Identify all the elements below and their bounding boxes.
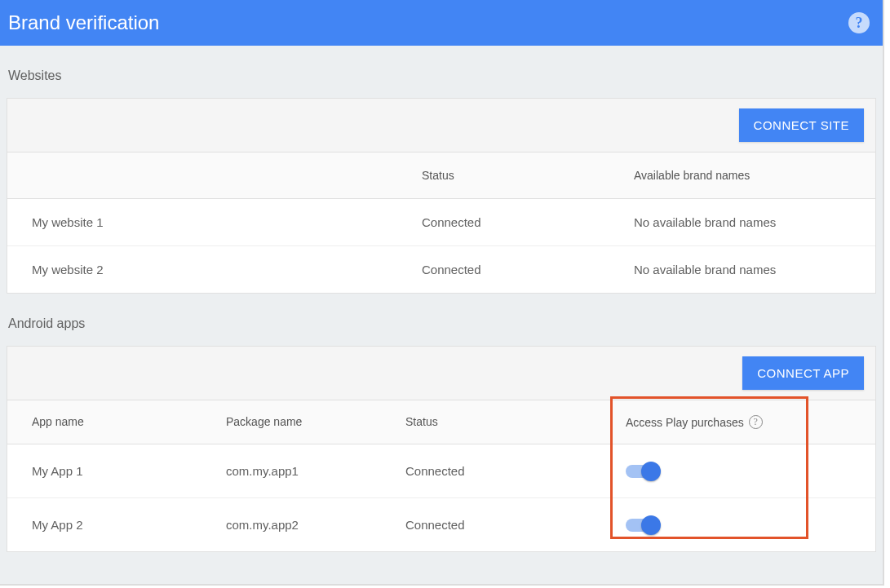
access-toggle[interactable] [626,465,658,478]
app-status: Connected [399,444,619,497]
app-status: Connected [399,498,619,551]
apps-toolbar: CONNECT APP [7,347,875,400]
col-package: Package name [219,400,399,444]
table-row: My App 2 com.my.app2 Connected [7,498,875,551]
app-name: My App 2 [7,498,219,551]
websites-table-header: Status Available brand names [7,153,875,199]
section-label-apps: Android apps [7,294,876,346]
table-row: My App 1 com.my.app1 Connected [7,444,875,498]
section-label-websites: Websites [7,46,876,98]
col-app-name: App name [7,400,219,444]
app-access-cell [619,499,875,551]
website-status: Connected [415,246,627,293]
website-status: Connected [415,199,627,245]
websites-toolbar: CONNECT SITE [7,99,875,153]
apps-panel: CONNECT APP App name Package name Status… [7,346,876,552]
app-name: My App 1 [7,444,219,497]
col-access: Access Play purchases ? [619,400,875,444]
help-icon[interactable]: ? [848,12,870,33]
col-brands: Available brand names [627,153,875,198]
page-title: Brand verification [8,11,159,34]
website-brands: No available brand names [627,199,875,245]
websites-panel: CONNECT SITE Status Available brand name… [7,98,876,294]
table-row: My website 1 Connected No available bran… [7,199,875,246]
connect-site-button[interactable]: CONNECT SITE [739,108,864,142]
col-name [7,153,415,198]
app-package: com.my.app1 [219,444,399,497]
col-access-label: Access Play purchases [626,416,744,429]
page-header: Brand verification ? [0,0,883,46]
app-package: com.my.app2 [219,498,399,551]
connect-app-button[interactable]: CONNECT APP [742,356,864,390]
table-row: My website 2 Connected No available bran… [7,246,875,293]
col-status: Status [415,153,627,198]
website-name: My website 1 [7,199,415,245]
access-toggle[interactable] [626,519,658,532]
website-name: My website 2 [7,246,415,293]
app-access-cell [619,445,875,497]
website-brands: No available brand names [627,246,875,293]
apps-table-header: App name Package name Status Access Play… [7,400,875,444]
help-icon[interactable]: ? [749,415,763,429]
col-app-status: Status [399,400,619,444]
